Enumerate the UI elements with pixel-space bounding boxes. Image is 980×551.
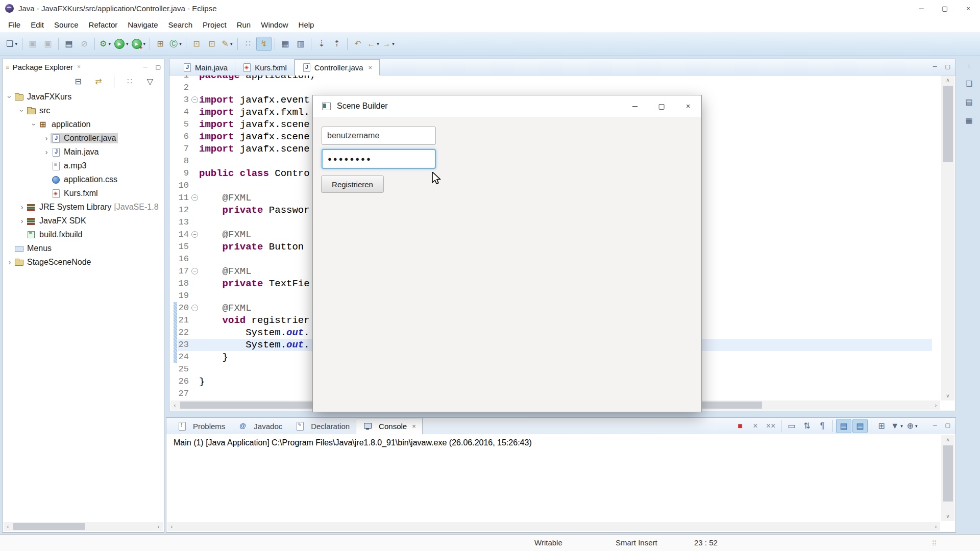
package-explorer-title[interactable]: Package Explorer: [13, 63, 73, 71]
fold-collapse-icon[interactable]: −: [191, 96, 198, 103]
toolbar-run[interactable]: ▶▾: [113, 37, 130, 51]
expand-arrow-icon[interactable]: ›: [18, 217, 26, 225]
console-hscrollbar[interactable]: ‹ ›: [167, 522, 940, 531]
console-toolbar-scroll-lock[interactable]: ⇅: [800, 419, 814, 433]
tree-item-application-css[interactable]: ›application.css: [3, 172, 164, 186]
tab-close-icon[interactable]: ×: [369, 64, 373, 71]
console-minimize-icon[interactable]: ─: [933, 422, 937, 429]
toolbar-debug[interactable]: ⚙▾: [98, 37, 112, 51]
toolbar-new[interactable]: ❏▾: [5, 37, 19, 51]
explorer-hscrollbar[interactable]: ‹ ›: [4, 522, 163, 531]
editor-tab-main-java[interactable]: Main.java: [176, 59, 235, 76]
collapse-arrow-icon[interactable]: ›: [30, 120, 38, 129]
toolbar-open-console-view[interactable]: ▤: [62, 37, 76, 51]
console-toolbar-clear-console[interactable]: ▭: [785, 419, 799, 433]
tree-item-javafx-sdk[interactable]: ›JavaFX SDK: [3, 214, 164, 228]
menu-help[interactable]: Help: [293, 18, 320, 31]
expand-arrow-icon[interactable]: ›: [42, 148, 51, 156]
window-close-button[interactable]: ×: [957, 0, 980, 17]
console-toolbar-word-wrap[interactable]: ¶: [815, 419, 829, 433]
toolbar-save-all[interactable]: ▣: [41, 37, 55, 51]
toolbar-new-java-project[interactable]: ⊞: [153, 37, 167, 51]
dialog-close-button[interactable]: ×: [675, 95, 701, 117]
scroll-right-icon[interactable]: ›: [154, 522, 163, 531]
editor-maximize-icon[interactable]: ▢: [945, 63, 950, 70]
toolbar-toggle-mark-occurrences[interactable]: ↯: [256, 37, 272, 51]
scroll-left-icon[interactable]: ‹: [170, 400, 179, 410]
console-tab-javadoc[interactable]: Javadoc: [231, 418, 288, 434]
scroll-right-icon[interactable]: ›: [932, 522, 940, 531]
register-button[interactable]: Registrieren: [321, 176, 384, 193]
menu-run[interactable]: Run: [232, 18, 256, 31]
username-field[interactable]: [322, 127, 436, 145]
window-minimize-button[interactable]: ─: [910, 0, 933, 17]
expand-arrow-icon[interactable]: ›: [18, 203, 26, 211]
tree-item-controller-java[interactable]: ›Controller.java: [3, 131, 164, 145]
toolbar-skip-all-breakpoints[interactable]: ⊘: [77, 37, 91, 51]
toolbar-search[interactable]: ✎▾: [220, 37, 234, 51]
editor-minimize-icon[interactable]: ─: [933, 63, 937, 70]
menu-window[interactable]: Window: [256, 18, 293, 31]
explorer-toolbar-link-with-editor[interactable]: ⇄: [91, 75, 106, 88]
console-tab-problems[interactable]: Problems: [170, 418, 231, 434]
view-minimize-icon[interactable]: ─: [143, 64, 148, 70]
menu-search[interactable]: Search: [163, 18, 198, 31]
toolbar-save[interactable]: ▣: [26, 37, 40, 51]
toolbar-open-type[interactable]: ⊡: [189, 37, 204, 51]
toolbar-new-class[interactable]: Ⓒ▾: [168, 37, 183, 51]
window-maximize-button[interactable]: ▢: [933, 0, 957, 17]
console-toolbar-remove-launch[interactable]: ×: [748, 419, 763, 433]
menu-file[interactable]: File: [3, 18, 26, 31]
scroll-right-icon[interactable]: ›: [932, 400, 940, 410]
scene-builder-title-bar[interactable]: Scene Builder ─ ▢ ×: [313, 95, 701, 117]
tree-item-stagescenenode[interactable]: ›StageSceneNode: [3, 255, 164, 269]
console-toolbar-pin-console[interactable]: ⊞: [874, 419, 889, 433]
restore-minimized-view-2[interactable]: ▤: [965, 97, 972, 107]
restore-minimized-view-1[interactable]: ❏: [966, 79, 972, 88]
explorer-toolbar-focus-on-active-task[interactable]: ∷: [122, 75, 137, 88]
scroll-thumb[interactable]: [13, 523, 85, 530]
toolbar-last-edit-location[interactable]: ↶: [351, 37, 365, 51]
editor-vscrollbar[interactable]: ˄ ˅: [941, 76, 954, 400]
toolbar-back[interactable]: ←▾: [366, 37, 380, 51]
scroll-down-icon[interactable]: ˅: [941, 391, 954, 400]
console-toolbar-show-console-on-stderr[interactable]: ▤: [852, 419, 868, 433]
collapse-arrow-icon[interactable]: ›: [18, 107, 26, 115]
tree-item-menus[interactable]: ›Menus: [3, 241, 164, 255]
password-field[interactable]: [322, 149, 436, 169]
toolbar-run-external-tools[interactable]: ▶+▾: [131, 37, 147, 51]
tree-item-jre-system-library[interactable]: ›JRE System Library[JavaSE-1.8: [3, 200, 164, 214]
console-toolbar-open-console[interactable]: ⊕▾: [905, 419, 919, 433]
menu-source[interactable]: Source: [49, 18, 84, 31]
console-maximize-icon[interactable]: ▢: [945, 422, 950, 429]
view-maximize-icon[interactable]: ▢: [156, 64, 161, 70]
console-vscrollbar[interactable]: ˄ ˅: [941, 435, 954, 521]
scroll-down-icon[interactable]: ˅: [941, 512, 954, 521]
fold-collapse-icon[interactable]: −: [191, 231, 198, 238]
console-toolbar-terminate[interactable]: ■: [733, 419, 747, 433]
toolbar-show-selected-element[interactable]: ▥: [293, 37, 308, 51]
toolbar-forward[interactable]: →▾: [381, 37, 396, 51]
explorer-toolbar-collapse-all[interactable]: ⊟: [71, 75, 85, 88]
menu-navigate[interactable]: Navigate: [122, 18, 163, 31]
fold-collapse-icon[interactable]: −: [191, 268, 198, 274]
tree-item-javafxkurs[interactable]: ›JavaFXKurs: [3, 90, 164, 104]
tab-close-icon[interactable]: ×: [412, 422, 416, 430]
menu-refactor[interactable]: Refactor: [84, 18, 123, 31]
menu-project[interactable]: Project: [198, 18, 232, 31]
console-toolbar-display-selected-console[interactable]: ▼▾: [890, 419, 904, 433]
menu-edit[interactable]: Edit: [26, 18, 49, 31]
console-tab-declaration[interactable]: Declaration: [288, 418, 356, 434]
editor-tab-kurs-fxml[interactable]: Kurs.fxml: [235, 59, 295, 76]
scroll-up-icon[interactable]: ˄: [941, 435, 954, 444]
tree-item-application[interactable]: ›application: [3, 117, 164, 131]
tree-item-main-java[interactable]: ›Main.java: [3, 145, 164, 159]
dialog-minimize-button[interactable]: ─: [622, 95, 648, 117]
fold-collapse-icon[interactable]: −: [191, 194, 198, 201]
view-close-icon[interactable]: ×: [77, 63, 81, 70]
console-toolbar-show-console-on-stdout[interactable]: ▤: [836, 419, 851, 433]
tree-item-build-fxbuild[interactable]: ›build.fxbuild: [3, 228, 164, 241]
scroll-left-icon[interactable]: ‹: [167, 522, 176, 531]
toolbar-next-annotation[interactable]: ⇣: [314, 37, 329, 51]
restore-minimized-view-3[interactable]: ▦: [965, 116, 972, 125]
